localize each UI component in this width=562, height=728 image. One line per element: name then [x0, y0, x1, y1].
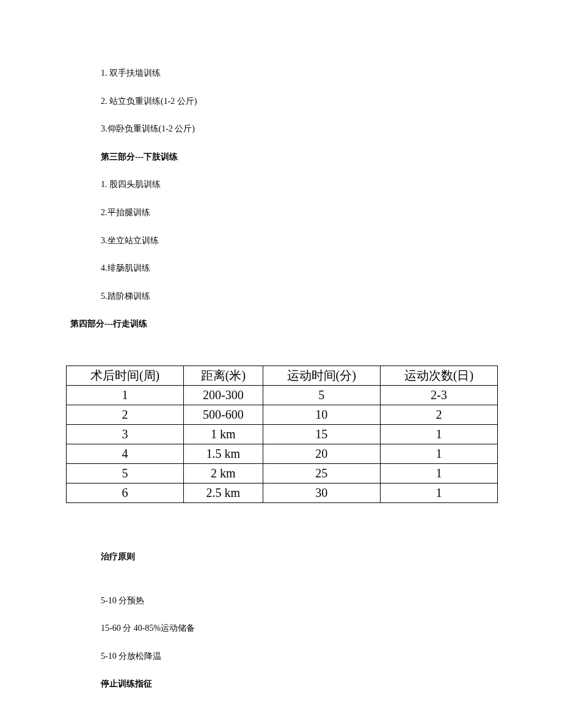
table-cell: 1 [380, 483, 497, 502]
table-header: 术后时间(周) [67, 366, 184, 385]
table-cell: 2 km [184, 463, 263, 483]
table-cell: 5 [67, 463, 184, 483]
principles-heading: 治疗原则 [0, 551, 562, 563]
list-item: 4.绯肠肌训练 [0, 262, 562, 274]
table-cell: 1.5 km [184, 444, 263, 463]
list-item: 2.平抬腿训练 [0, 207, 562, 219]
table-cell: 10 [263, 405, 380, 424]
table-header-row: 术后时间(周) 距离(米) 运动时间(分) 运动次数(日) [67, 366, 498, 385]
table-row: 1 200-300 5 2-3 [67, 385, 498, 405]
table-cell: 4 [67, 444, 184, 463]
table-cell: 2 [67, 405, 184, 424]
table-cell: 1 [380, 444, 497, 463]
table-cell: 2.5 km [184, 483, 263, 502]
table-header: 运动时间(分) [263, 366, 380, 385]
table-cell: 5 [263, 385, 380, 405]
list-item: 15-60 分 40-85%运动储备 [0, 622, 562, 634]
list-item: 2. 站立负重训练(1-2 公斤) [0, 95, 562, 108]
list-item: 5-10 分放松降温 [0, 650, 562, 663]
section3-heading: 第三部分---下肢训练 [0, 151, 562, 163]
table-cell: 2-3 [380, 385, 497, 405]
table-row: 6 2.5 km 30 1 [67, 483, 498, 502]
stop-heading: 停止训练指征 [0, 678, 562, 690]
table-cell: 1 [380, 424, 497, 444]
table-cell: 20 [263, 444, 380, 463]
table-cell: 3 [67, 424, 184, 444]
table-cell: 30 [263, 483, 380, 502]
list-item: 1. 股四头肌训练 [0, 178, 562, 191]
table-header: 距离(米) [184, 366, 263, 385]
table-cell: 1 [67, 385, 184, 405]
table-cell: 200-300 [184, 385, 263, 405]
table-header: 运动次数(日) [380, 366, 497, 385]
walking-training-table: 术后时间(周) 距离(米) 运动时间(分) 运动次数(日) 1 200-300 … [0, 366, 562, 503]
list-item: 5.踏阶梯训练 [0, 290, 562, 303]
table-cell: 1 [380, 463, 497, 483]
list-item: 3.坐立站立训练 [0, 235, 562, 247]
list-item: 1. 双手扶墙训练 [0, 67, 562, 79]
table-cell: 1 km [184, 424, 263, 444]
document-body: 1. 双手扶墙训练 2. 站立负重训练(1-2 公斤) 3.仰卧负重训练(1-2… [0, 0, 562, 690]
table-row: 3 1 km 15 1 [67, 424, 498, 444]
list-item: 3.仰卧负重训练(1-2 公斤) [0, 123, 562, 135]
table-cell: 25 [263, 463, 380, 483]
table-row: 5 2 km 25 1 [67, 463, 498, 483]
table-cell: 2 [380, 405, 497, 424]
list-item: 5-10 分预热 [0, 595, 562, 607]
table-cell: 15 [263, 424, 380, 444]
table-row: 2 500-600 10 2 [67, 405, 498, 424]
table-cell: 500-600 [184, 405, 263, 424]
section4-heading: 第四部分---行走训练 [0, 318, 562, 330]
table-cell: 6 [67, 483, 184, 502]
table-row: 4 1.5 km 20 1 [67, 444, 498, 463]
